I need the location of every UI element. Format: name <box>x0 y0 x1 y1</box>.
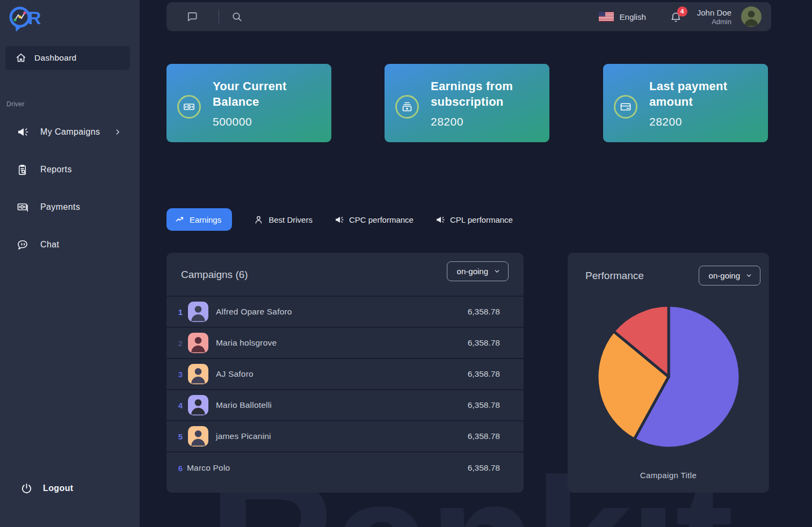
card-value: 500000 <box>213 115 252 128</box>
sidebar-item-label: Reports <box>40 165 72 174</box>
driver-value: 6,358.78 <box>468 369 500 379</box>
driver-avatar <box>188 426 208 447</box>
tab-cpl-performance[interactable]: CPL performance <box>435 215 513 225</box>
chevron-down-icon <box>745 272 752 279</box>
credit-card-icon <box>614 95 637 119</box>
sidebar-item-chat[interactable]: Chat <box>0 233 140 257</box>
driver-value: 6,358.78 <box>468 338 500 348</box>
user-name: John Doe <box>697 8 731 17</box>
person-icon <box>253 215 264 225</box>
sidebar-item-payments[interactable]: Payments <box>0 195 140 219</box>
home-icon <box>15 52 27 64</box>
language-label: English <box>620 12 646 21</box>
notifications-button[interactable]: 4 <box>670 11 682 23</box>
user-menu[interactable]: John Doe Admin <box>697 8 731 26</box>
campaign-row[interactable]: 3 AJ Saforo 6,358.78 <box>166 359 524 390</box>
driver-name: Mario Ballotelli <box>216 400 272 410</box>
campaigns-filter-dropdown[interactable]: on-going <box>447 261 509 281</box>
driver-value: 6,358.78 <box>468 307 500 317</box>
performance-title: Performance <box>585 270 644 282</box>
sidebar-item-label: My Campaigns <box>40 127 100 137</box>
campaigns-list: 1 Alfred Opare Saforo 6,358.78 2 Maria h… <box>166 297 524 484</box>
sidebar-item-label: Dashboard <box>34 53 77 63</box>
performance-header: Performance on-going <box>568 253 769 298</box>
app-logo[interactable]: R <box>6 5 42 33</box>
card-value: 28200 <box>649 115 682 128</box>
driver-value: 6,358.78 <box>468 400 500 410</box>
driver-name: Maria holsgrove <box>216 338 277 348</box>
driver-value: 6,358.78 <box>468 463 500 473</box>
tab-cpc-performance[interactable]: CPC performance <box>334 215 414 225</box>
performance-pie-chart <box>590 298 748 456</box>
campaigns-panel: Campaigns (6) on-going 1 Alfred Opare Sa… <box>166 253 524 493</box>
sidebar-section-driver: Driver <box>6 100 24 108</box>
campaign-row[interactable]: 6 Marco Polo 6,358.78 <box>166 452 524 484</box>
driver-avatar <box>188 395 208 415</box>
campaign-row[interactable]: 1 Alfred Opare Saforo 6,358.78 <box>166 297 524 328</box>
driver-avatar <box>188 364 208 384</box>
chevron-right-icon <box>114 128 121 136</box>
driver-avatar <box>188 333 208 353</box>
performance-filter-dropdown[interactable]: on-going <box>699 266 760 286</box>
subscription-earnings-card: Earnings from subscription 28200 <box>385 64 549 142</box>
campaign-row[interactable]: 4 Mario Ballotelli 6,358.78 <box>166 390 524 421</box>
campaigns-header: Campaigns (6) on-going <box>166 253 524 297</box>
chat-bubble-icon <box>16 238 29 251</box>
sidebar-item-label: Chat <box>40 240 59 250</box>
driver-name: AJ Saforo <box>216 369 253 379</box>
sidebar-item-dashboard[interactable]: Dashboard <box>5 46 130 70</box>
user-role: Admin <box>697 18 731 26</box>
logout-label: Logout <box>43 484 74 493</box>
megaphone-icon <box>334 215 344 225</box>
logout-button[interactable]: Logout <box>0 477 140 500</box>
card-title: Your Current Balance <box>213 78 325 109</box>
user-avatar[interactable] <box>741 6 762 27</box>
sidebar-item-reports[interactable]: Reports <box>0 158 140 181</box>
driver-name: Marco Polo <box>187 463 230 473</box>
card-value: 28200 <box>431 115 463 128</box>
svg-text:R: R <box>28 8 41 28</box>
tab-earnings[interactable]: Earnings <box>166 208 232 231</box>
banknote-icon <box>177 95 201 119</box>
search-icon[interactable] <box>231 11 243 23</box>
subscription-icon <box>395 95 419 119</box>
trending-up-icon <box>175 215 185 224</box>
pie-caption: Campaign Title <box>568 471 769 480</box>
tab-bar: Earnings Best Drivers CPC performance CP… <box>166 208 513 231</box>
campaign-row[interactable]: 5 james Picanini 6,358.78 <box>166 421 524 452</box>
driver-name: Alfred Opare Saforo <box>216 307 292 317</box>
tab-best-drivers[interactable]: Best Drivers <box>253 215 313 225</box>
notification-badge: 4 <box>677 6 687 17</box>
card-title: Last payment amount <box>649 78 762 109</box>
driver-value: 6,358.78 <box>468 431 500 441</box>
sidebar-item-my-campaigns[interactable]: My Campaigns <box>0 120 140 144</box>
sidebar-item-label: Payments <box>40 202 80 212</box>
topbar: English 4 John Doe Admin <box>166 2 771 31</box>
driver-name: james Picanini <box>216 431 271 441</box>
messages-icon[interactable] <box>186 11 198 23</box>
balance-card: Your Current Balance 500000 <box>166 64 331 142</box>
report-search-icon <box>16 164 29 176</box>
card-title: Earnings from subscription <box>431 78 543 109</box>
driver-avatar <box>188 302 208 322</box>
chevron-down-icon <box>494 268 501 275</box>
megaphone-icon <box>435 215 445 225</box>
campaigns-title: Campaigns (6) <box>181 269 248 281</box>
last-payment-card: Last payment amount 28200 <box>603 64 768 142</box>
power-icon <box>20 482 32 495</box>
performance-panel: Performance on-going Campaign Title <box>568 253 769 493</box>
megaphone-icon <box>16 126 29 138</box>
us-flag-icon <box>599 12 614 21</box>
campaign-row[interactable]: 2 Maria holsgrove 6,358.78 <box>166 328 524 359</box>
topbar-divider <box>219 10 219 24</box>
banknote-icon <box>16 201 29 214</box>
sidebar: R Dashboard Driver My Campaigns <box>0 0 140 527</box>
language-selector[interactable]: English <box>599 12 646 21</box>
performance-pie <box>590 298 748 456</box>
